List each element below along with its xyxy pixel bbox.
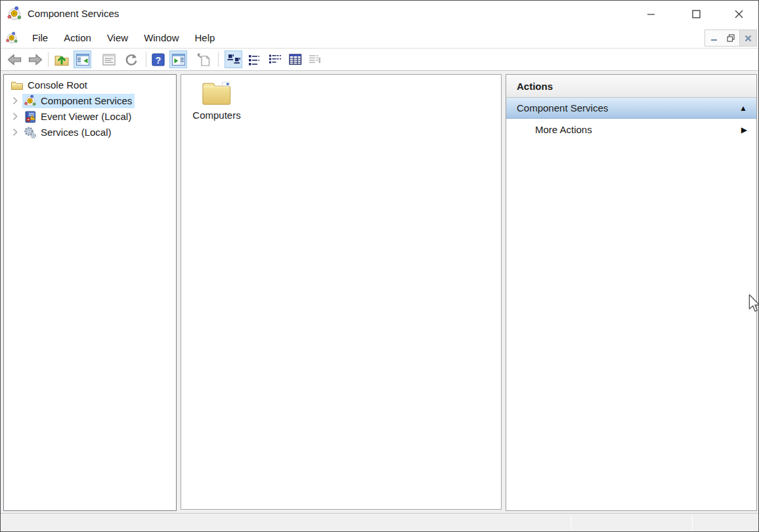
services-icon (24, 126, 37, 139)
back-button[interactable] (5, 51, 23, 68)
customize-view-button (305, 51, 323, 68)
tree-item-event-viewer[interactable]: Event Viewer (Local) (4, 109, 134, 124)
action-pane-icon (171, 52, 186, 68)
close-icon (735, 10, 743, 18)
tree-item-label: Services (Local) (41, 127, 112, 138)
minimize-button[interactable] (636, 1, 666, 28)
component-services-icon (5, 31, 18, 45)
tree-item-label: Console Root (28, 79, 87, 91)
component-services-icon (7, 6, 22, 22)
tree-item-component-services[interactable]: Component Services (4, 93, 135, 108)
close-icon (745, 35, 752, 42)
actions-item-label: More Actions (535, 124, 741, 135)
folder-icon (202, 79, 232, 107)
back-arrow-icon (7, 52, 22, 68)
close-button[interactable] (724, 1, 754, 28)
small-icons-view-button[interactable] (246, 51, 263, 68)
show-hide-action-pane-button[interactable] (169, 51, 187, 68)
toolbar-separator (48, 52, 49, 67)
actions-section-title: Component Services (517, 102, 739, 113)
properties-icon (101, 52, 117, 68)
export-list-button[interactable] (195, 51, 213, 68)
chevron-right-icon[interactable] (11, 128, 20, 137)
help-icon (150, 52, 166, 68)
toolbar-separator (146, 52, 146, 67)
customize-view-icon (307, 52, 322, 68)
folder-up-icon (54, 52, 70, 68)
tree-item-label: Event Viewer (Local) (41, 111, 131, 122)
console-tree-icon (75, 52, 91, 68)
forward-button[interactable] (26, 51, 44, 68)
refresh-button[interactable] (122, 51, 140, 68)
mdi-window-controls (705, 30, 757, 47)
toolbar-separator (218, 52, 219, 67)
results-pane[interactable]: Computers (181, 74, 502, 510)
status-separator (571, 515, 571, 530)
properties-button[interactable] (100, 51, 118, 68)
list-item-computers[interactable]: Computers (190, 78, 243, 121)
main-area: Console Root Component Services (1, 71, 758, 513)
menu-file[interactable]: File (24, 28, 56, 48)
mdi-restore-button[interactable] (722, 30, 739, 46)
forward-arrow-icon (28, 52, 43, 68)
export-list-icon (196, 52, 212, 68)
menu-help[interactable]: Help (186, 28, 223, 48)
actions-item-more-actions[interactable]: More Actions ▶ (506, 119, 756, 140)
small-icons-icon (247, 52, 263, 68)
details-view-icon (288, 52, 303, 68)
restore-icon (727, 34, 735, 42)
minimize-icon (647, 10, 655, 18)
status-separator (692, 515, 693, 530)
large-icons-view-button[interactable] (225, 51, 242, 68)
up-one-level-button[interactable] (53, 51, 70, 68)
menu-window[interactable]: Window (136, 28, 186, 48)
actions-pane-title: Actions (506, 75, 756, 98)
chevron-right-icon[interactable] (11, 96, 20, 106)
tree-item-label: Component Services (41, 95, 132, 106)
large-icons-icon (226, 52, 242, 68)
actions-pane: Actions Component Services ▲ More Action… (506, 74, 757, 511)
refresh-icon (123, 52, 139, 68)
chevron-right-icon[interactable] (11, 112, 20, 121)
console-tree-pane: Console Root Component Services (3, 74, 177, 511)
component-services-icon (24, 94, 37, 108)
status-bar (1, 513, 758, 531)
window-title: Component Services (28, 8, 119, 19)
menu-bar: File Action View Window Help (1, 28, 758, 49)
mdi-minimize-button[interactable] (705, 30, 722, 46)
mdi-close-button[interactable] (739, 30, 756, 46)
show-hide-console-tree-button[interactable] (74, 51, 91, 68)
maximize-button[interactable] (681, 1, 711, 28)
help-button[interactable] (149, 51, 167, 68)
list-view-icon (267, 52, 283, 68)
submenu-arrow-icon: ▶ (741, 126, 747, 134)
title-bar[interactable]: Component Services (1, 1, 758, 28)
actions-section-component-services[interactable]: Component Services ▲ (506, 98, 756, 119)
tree-item-console-root[interactable]: Console Root (4, 77, 90, 92)
maximize-icon (692, 10, 701, 18)
menu-action[interactable]: Action (56, 28, 99, 48)
folder-icon (11, 79, 24, 92)
menu-view[interactable]: View (99, 28, 136, 48)
list-item-label: Computers (190, 110, 243, 121)
tree-item-services[interactable]: Services (Local) (4, 125, 114, 140)
list-view-button[interactable] (266, 51, 284, 68)
event-viewer-icon (24, 110, 37, 123)
component-services-window: Component Services File Action View Wind… (0, 0, 759, 532)
collapse-icon[interactable]: ▲ (739, 104, 747, 112)
details-view-button[interactable] (286, 51, 304, 68)
toolbar (1, 49, 758, 71)
minimize-icon (710, 35, 718, 42)
